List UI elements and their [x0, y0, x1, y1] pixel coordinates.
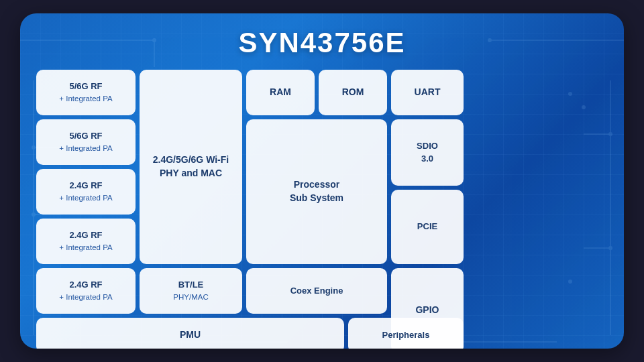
gpio-label: GPIO — [415, 304, 439, 317]
coex-label: Coex Engine — [290, 285, 343, 297]
rf1-line1: 5/6G RF — [69, 81, 102, 91]
bt-block: BT/LE PHY/MAC — [140, 268, 242, 314]
svg-point-13 — [608, 132, 612, 136]
wifi-line2: PHY and MAC — [160, 168, 222, 178]
rf5-block: 2.4G RF + Integrated PA — [36, 268, 136, 314]
pmu-block: PMU — [36, 318, 344, 349]
uart-label: UART — [415, 86, 441, 99]
rf2-line1: 5/6G RF — [69, 131, 102, 141]
ram-block: RAM — [246, 70, 315, 115]
rf5-line2: + Integrated PA — [59, 293, 112, 301]
coex-block: Coex Engine — [246, 268, 387, 314]
svg-point-8 — [32, 145, 36, 149]
chip-card: SYN43756E 5/6G RF + Integrated PA 5/6G R… — [20, 13, 624, 349]
rf4-block: 2.4G RF + Integrated PA — [36, 219, 136, 264]
proc-line2: Sub System — [290, 192, 343, 203]
rf3-line1: 2.4G RF — [69, 180, 102, 190]
sdio-block: SDIO 3.0 — [391, 119, 464, 186]
wifi-phy-block: 2.4G/5G/6G Wi-Fi PHY and MAC — [140, 70, 242, 264]
svg-point-9 — [32, 213, 36, 217]
bt-line1: BT/LE — [178, 280, 204, 290]
rom-label: ROM — [342, 86, 364, 99]
rom-block: ROM — [319, 70, 387, 115]
rf2-line2: + Integrated PA — [59, 144, 112, 152]
processor-block: Processor Sub System — [246, 119, 387, 264]
blocks-container: 5/6G RF + Integrated PA 5/6G RF + Integr… — [36, 70, 608, 331]
rf2-block: 5/6G RF + Integrated PA — [36, 119, 136, 165]
pcie-block: PCIE — [391, 190, 464, 264]
sdio-line2: 3.0 — [421, 154, 433, 164]
peripherals-label: Peripherals — [382, 329, 430, 341]
wifi-line1: 2.4G/5G/6G Wi-Fi — [153, 154, 229, 165]
proc-line1: Processor — [294, 179, 339, 190]
rf4-line2: + Integrated PA — [59, 243, 112, 251]
rf3-block: 2.4G RF + Integrated PA — [36, 169, 136, 215]
sdio-line1: SDIO — [417, 141, 438, 151]
svg-point-14 — [608, 246, 612, 250]
pcie-label: PCIE — [417, 221, 437, 233]
rf5-line1: 2.4G RF — [69, 280, 102, 290]
uart-block: UART — [391, 70, 464, 115]
bt-line2: PHY/MAC — [173, 293, 208, 301]
chip-title: SYN43756E — [36, 27, 608, 59]
rf3-line2: + Integrated PA — [59, 194, 112, 202]
pmu-label: PMU — [180, 328, 201, 342]
rf4-line1: 2.4G RF — [69, 230, 102, 240]
rf1-line2: + Integrated PA — [59, 95, 112, 103]
rf1-block: 5/6G RF + Integrated PA — [36, 70, 136, 115]
ram-label: RAM — [270, 86, 291, 99]
peripherals-block: Peripherals — [348, 318, 464, 349]
